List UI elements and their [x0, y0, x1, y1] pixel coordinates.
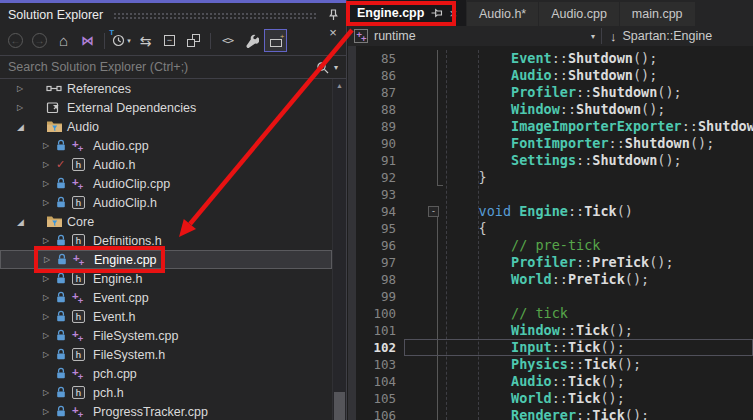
expander-collapsed-icon[interactable]: ▷: [43, 236, 56, 245]
expander-collapsed-icon[interactable]: ▷: [43, 350, 56, 359]
pending-changes-filter-button[interactable]: T▾: [110, 29, 133, 52]
code-text: void Engine::Tick(): [446, 203, 753, 220]
tree-item-event-h[interactable]: ▷hEvent.h: [0, 307, 332, 326]
tree-item-core[interactable]: ◢Core: [0, 212, 332, 231]
tab-main-cpp[interactable]: main.cpp: [620, 2, 695, 26]
code-line-92[interactable]: 92 }: [348, 169, 753, 186]
close-icon[interactable]: ×: [449, 6, 457, 21]
tree-item-filesystem-cpp[interactable]: ▷++FileSystem.cpp: [0, 326, 332, 345]
tree-item-pch-h[interactable]: ▷hpch.h: [0, 383, 332, 402]
search-icon[interactable]: [314, 61, 330, 74]
preview-icon: ⁺: [270, 35, 282, 47]
code-line-90[interactable]: 90 FontImporter::Shutdown();: [348, 135, 753, 152]
tree-item-audio-h[interactable]: ▷✓hAudio.h: [0, 155, 332, 174]
expander-collapsed-icon[interactable]: ▷: [43, 160, 56, 169]
home-button[interactable]: ⌂: [52, 29, 75, 52]
code-line-98[interactable]: 98 World::PreTick();: [348, 271, 753, 288]
expander-collapsed-icon[interactable]: ▷: [43, 179, 56, 188]
expander-expanded-icon[interactable]: ◢: [17, 122, 30, 132]
code-line-102[interactable]: 102 Input::Tick();: [348, 339, 753, 356]
code-line-88[interactable]: 88 Window::Shutdown();: [348, 101, 753, 118]
expander-collapsed-icon[interactable]: ▷: [43, 312, 56, 321]
collapse-all-button[interactable]: −: [158, 29, 181, 52]
search-input[interactable]: [0, 60, 314, 74]
tree-scrollbar[interactable]: ▲: [332, 79, 346, 420]
tab-engine-cpp[interactable]: Engine.cpp×: [348, 0, 466, 26]
arrow-right-circle-icon: →: [32, 33, 47, 48]
code-line-103[interactable]: 103 Physics::Tick();: [348, 356, 753, 373]
code-line-96[interactable]: 96 // pre-tick: [348, 237, 753, 254]
tree-item-references[interactable]: ▷References: [0, 79, 332, 98]
switch-views-button[interactable]: ⋈: [76, 29, 99, 52]
scrollbar-thumb[interactable]: [334, 392, 345, 420]
tree-item-definitions-h[interactable]: ▷hDefinitions.h: [0, 231, 332, 250]
line-number: 102: [348, 339, 404, 356]
tree-item-audioclip-h[interactable]: ▷hAudioClip.h: [0, 193, 332, 212]
solution-tree[interactable]: ▷References▷External Dependencies◢Audio▷…: [0, 79, 346, 420]
scroll-up-icon[interactable]: ▲: [333, 82, 346, 89]
code-text: World::PreTick();: [446, 271, 753, 288]
code-line-104[interactable]: 104 Audio::Tick();: [348, 373, 753, 390]
expander-collapsed-icon[interactable]: ▷: [17, 84, 30, 93]
tree-item-label: Audio.cpp: [93, 139, 149, 153]
tree-item-filesystem-h[interactable]: ▷hFileSystem.h: [0, 345, 332, 364]
chevron-down-icon[interactable]: ▾: [591, 32, 595, 41]
tree-item-audio[interactable]: ◢Audio: [0, 117, 332, 136]
tree-item-event-cpp[interactable]: ▷++Event.cpp: [0, 288, 332, 307]
tree-item-audioclip-cpp[interactable]: ▷++AudioClip.cpp: [0, 174, 332, 193]
expander-collapsed-icon[interactable]: ▷: [43, 331, 56, 340]
code-line-89[interactable]: 89 ImageImporterExporter::Shutdown();: [348, 118, 753, 135]
tree-item-pch-cpp[interactable]: ++pch.cpp: [0, 364, 332, 383]
code-line-87[interactable]: 87 Profiler::Shutdown();: [348, 84, 753, 101]
expander-collapsed-icon[interactable]: ▷: [43, 293, 56, 302]
fold-margin: [404, 356, 446, 373]
code-line-101[interactable]: 101 Window::Tick();: [348, 322, 753, 339]
code-line-105[interactable]: 105 World::Tick();: [348, 390, 753, 407]
expander-collapsed-icon[interactable]: ▷: [43, 388, 56, 397]
collapse-region-icon[interactable]: -: [428, 206, 439, 217]
tree-item-engine-cpp[interactable]: ▷++Engine.cpp: [0, 250, 332, 269]
line-number: 94: [348, 203, 404, 220]
expander-collapsed-icon[interactable]: ▷: [43, 407, 56, 416]
forward-button[interactable]: →: [28, 29, 51, 52]
tree-item-progresstracker-cpp[interactable]: ▷++ProgressTracker.cpp: [0, 402, 332, 420]
show-all-files-button[interactable]: [182, 29, 205, 52]
code-line-86[interactable]: 86 Audio::Shutdown();: [348, 67, 753, 84]
tab-audio-cpp[interactable]: Audio.cpp: [539, 2, 619, 26]
tree-item-engine-h[interactable]: ▷hEngine.h: [0, 269, 332, 288]
code-line-106[interactable]: 106 Renderer::Tick();: [348, 407, 753, 420]
tree-item-external-dependencies[interactable]: ▷External Dependencies: [0, 98, 332, 117]
code-line-93[interactable]: 93: [348, 186, 753, 203]
code-text: Profiler::Shutdown();: [446, 84, 753, 101]
project-dropdown[interactable]: ++ runtime ▾: [348, 26, 601, 46]
code-line-85[interactable]: 85 Event::Shutdown();: [348, 50, 753, 67]
expander-collapsed-icon[interactable]: ▷: [44, 255, 57, 264]
pin-button[interactable]: [324, 6, 342, 24]
code-line-94[interactable]: 94- void Engine::Tick(): [348, 203, 753, 220]
code-line-100[interactable]: 100 // tick: [348, 305, 753, 322]
solution-explorer-titlebar[interactable]: Solution Explorer ▾×: [0, 3, 346, 26]
code-line-95[interactable]: 95 {: [348, 220, 753, 237]
back-button[interactable]: ←: [4, 29, 27, 52]
search-box[interactable]: ▾: [0, 55, 346, 79]
expander-collapsed-icon[interactable]: ▷: [43, 274, 56, 283]
pin-icon[interactable]: [431, 7, 442, 19]
expander-expanded-icon[interactable]: ◢: [17, 217, 30, 227]
line-number: 101: [348, 322, 404, 339]
sync-with-active-document-button[interactable]: ⇆: [134, 29, 157, 52]
scope-dropdown[interactable]: ↓ Spartan::Engine: [602, 26, 720, 46]
expander-collapsed-icon[interactable]: ▷: [17, 103, 30, 112]
code-line-99[interactable]: 99: [348, 288, 753, 305]
code-line-97[interactable]: 97 Profiler::PreTick();: [348, 254, 753, 271]
view-code-button[interactable]: <>: [216, 29, 239, 52]
tree-item-audio-cpp[interactable]: ▷++Audio.cpp: [0, 136, 332, 155]
tab-audio-h[interactable]: Audio.h*: [467, 2, 538, 26]
properties-button[interactable]: [240, 29, 263, 52]
search-options-chevron-icon[interactable]: ▾: [330, 63, 342, 72]
code-editor[interactable]: 85 Event::Shutdown();86 Audio::Shutdown(…: [348, 46, 753, 420]
expander-collapsed-icon[interactable]: ▷: [43, 141, 56, 150]
preview-selected-items-button[interactable]: ⁺: [264, 29, 287, 52]
expander-collapsed-icon[interactable]: ▷: [43, 198, 56, 207]
code-line-91[interactable]: 91 Settings::Shutdown();: [348, 152, 753, 169]
titlebar-grip[interactable]: [113, 12, 316, 20]
